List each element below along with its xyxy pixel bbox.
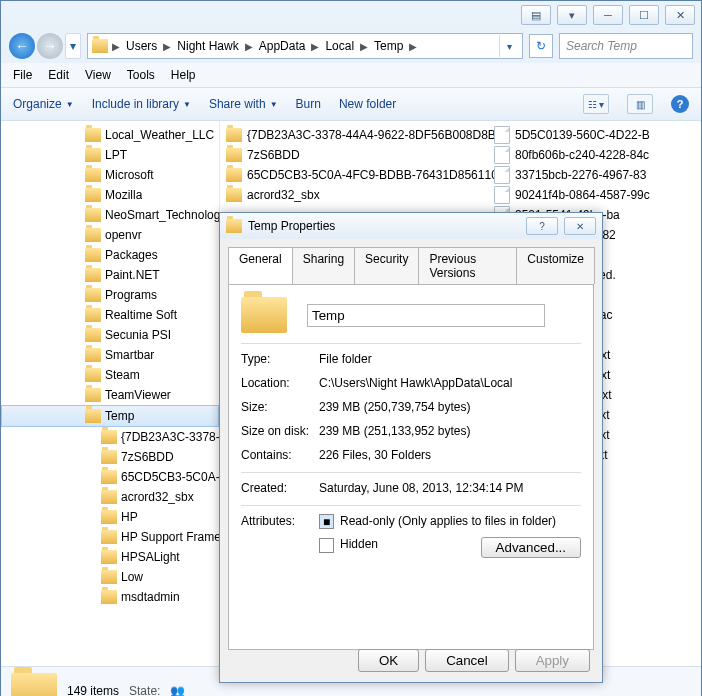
advanced-button[interactable]: Advanced...	[481, 537, 581, 558]
tree-item[interactable]: TeamViewer	[1, 385, 219, 405]
breadcrumb-bar[interactable]: ▶ Users ▶ Night Hawk ▶ AppData ▶ Local ▶…	[87, 33, 523, 59]
tree-item[interactable]: NeoSmart_Technologie	[1, 205, 219, 225]
refresh-button[interactable]: ↻	[529, 34, 553, 58]
file-item[interactable]: 5D5C0139-560C-4D22-B	[488, 125, 656, 145]
folder-icon	[85, 168, 101, 182]
menu-tools[interactable]: Tools	[127, 68, 155, 82]
dialog-help-button[interactable]: ?	[526, 217, 558, 235]
hidden-checkbox[interactable]	[319, 538, 334, 553]
file-item[interactable]: 33715bcb-2276-4967-83	[488, 165, 656, 185]
new-folder-button[interactable]: New folder	[339, 97, 396, 111]
attributes-label: Attributes:	[241, 514, 319, 528]
forward-button[interactable]: →	[37, 33, 63, 59]
menu-bar: File Edit View Tools Help	[1, 63, 701, 88]
tree-item[interactable]: Packages	[1, 245, 219, 265]
apply-button[interactable]: Apply	[515, 649, 590, 672]
crumb[interactable]: Users	[124, 39, 159, 53]
tree-item[interactable]: {7DB23A3C-3378-4	[1, 427, 219, 447]
tree-item[interactable]: 7zS6BDD	[1, 447, 219, 467]
search-input[interactable]: Search Temp	[559, 33, 693, 59]
folder-icon	[101, 590, 117, 604]
maximize-button[interactable]: ☐	[629, 5, 659, 25]
folder-name-input[interactable]	[307, 304, 545, 327]
tree-item[interactable]: msdtadmin	[1, 587, 219, 607]
back-button[interactable]: ←	[9, 33, 35, 59]
help-icon[interactable]: ?	[671, 95, 689, 113]
chevron-right-icon[interactable]: ▶	[161, 41, 173, 52]
tree-label: Temp	[105, 409, 134, 423]
close-button[interactable]: ✕	[665, 5, 695, 25]
crumb[interactable]: Local	[323, 39, 356, 53]
file-item[interactable]: 90241f4b-0864-4587-99c	[488, 185, 656, 205]
tree-item[interactable]: Local_Weather_LLC	[1, 125, 219, 145]
size-value: 239 MB (250,739,754 bytes)	[319, 400, 581, 414]
tree-item[interactable]: Paint.NET	[1, 265, 219, 285]
chevron-right-icon[interactable]: ▶	[243, 41, 255, 52]
tree-item[interactable]: LPT	[1, 145, 219, 165]
tree-label: Mozilla	[105, 188, 142, 202]
file-item[interactable]: 65CD5CB3-5C0A-4FC9-BDBB-76431D856110	[220, 165, 488, 185]
share-button[interactable]: Share with ▼	[209, 97, 278, 111]
folder-icon	[85, 288, 101, 302]
crumb[interactable]: Night Hawk	[175, 39, 240, 53]
file-item[interactable]: 7zS6BDD	[220, 145, 488, 165]
tree-item[interactable]: HPSALight	[1, 547, 219, 567]
burn-button[interactable]: Burn	[296, 97, 321, 111]
ok-button[interactable]: OK	[358, 649, 419, 672]
tree-item[interactable]: acrord32_sbx	[1, 487, 219, 507]
tree-item[interactable]: Realtime Soft	[1, 305, 219, 325]
chevron-right-icon[interactable]: ▶	[358, 41, 370, 52]
address-dropdown[interactable]: ▾	[499, 35, 518, 57]
readonly-checkbox[interactable]: ■	[319, 514, 334, 529]
tree-item[interactable]: Temp	[1, 405, 219, 427]
dialog-title: Temp Properties	[248, 219, 520, 233]
crumb[interactable]: AppData	[257, 39, 308, 53]
menu-view[interactable]: View	[85, 68, 111, 82]
crumb[interactable]: Temp	[372, 39, 405, 53]
organize-button[interactable]: Organize ▼	[13, 97, 74, 111]
view-mode-button[interactable]: ☷ ▾	[583, 94, 609, 114]
preview-pane-button[interactable]: ▥	[627, 94, 653, 114]
tree-item[interactable]: HP Support Frame	[1, 527, 219, 547]
tree-item[interactable]: HP	[1, 507, 219, 527]
include-library-button[interactable]: Include in library ▼	[92, 97, 191, 111]
chevron-right-icon[interactable]: ▶	[407, 41, 419, 52]
file-name: 33715bcb-2276-4967-83	[515, 168, 646, 182]
history-dropdown[interactable]: ▾	[65, 33, 81, 59]
menu-edit[interactable]: Edit	[48, 68, 69, 82]
titlebar-unknown-button[interactable]: ▤	[521, 5, 551, 25]
minimize-button[interactable]: ─	[593, 5, 623, 25]
menu-help[interactable]: Help	[171, 68, 196, 82]
folder-icon	[101, 550, 117, 564]
hidden-label: Hidden	[340, 537, 378, 551]
tree-item[interactable]: Mozilla	[1, 185, 219, 205]
tree-label: Realtime Soft	[105, 308, 177, 322]
chevron-right-icon[interactable]: ▶	[309, 41, 321, 52]
tree-item[interactable]: Microsoft	[1, 165, 219, 185]
tab-customize[interactable]: Customize	[516, 247, 595, 284]
tab-sharing[interactable]: Sharing	[292, 247, 355, 284]
tab-previous-versions[interactable]: Previous Versions	[418, 247, 517, 284]
menu-file[interactable]: File	[13, 68, 32, 82]
file-item[interactable]: {7DB23A3C-3378-44A4-9622-8DF56B008D8B}	[220, 125, 488, 145]
cancel-button[interactable]: Cancel	[425, 649, 509, 672]
tree-item[interactable]: Steam	[1, 365, 219, 385]
tree-item[interactable]: Smartbar	[1, 345, 219, 365]
chevron-right-icon[interactable]: ▶	[110, 41, 122, 52]
tree-item[interactable]: 65CD5CB3-5C0A-4	[1, 467, 219, 487]
contains-value: 226 Files, 30 Folders	[319, 448, 581, 462]
tab-general[interactable]: General	[228, 247, 293, 284]
folder-icon	[85, 328, 101, 342]
tree-item[interactable]: Programs	[1, 285, 219, 305]
tree-item[interactable]: openvr	[1, 225, 219, 245]
tree-item[interactable]: Low	[1, 567, 219, 587]
file-item[interactable]: acrord32_sbx	[220, 185, 488, 205]
folder-icon	[92, 39, 108, 53]
tab-security[interactable]: Security	[354, 247, 419, 284]
file-item[interactable]: 80fb606b-c240-4228-84c	[488, 145, 656, 165]
titlebar-dropdown[interactable]: ▾	[557, 5, 587, 25]
folder-icon	[226, 219, 242, 233]
dialog-close-button[interactable]: ✕	[564, 217, 596, 235]
tree-item[interactable]: Secunia PSI	[1, 325, 219, 345]
nav-tree[interactable]: Local_Weather_LLCLPTMicrosoftMozillaNeoS…	[1, 121, 220, 666]
